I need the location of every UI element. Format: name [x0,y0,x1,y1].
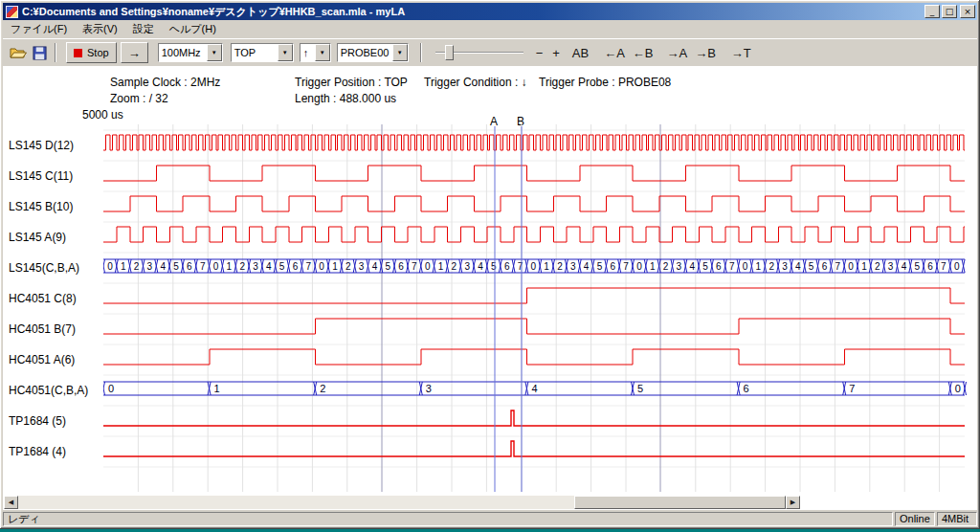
goto-trigger-button[interactable]: →T [731,46,751,60]
zoom-out-button[interactable]: − [536,46,544,60]
svg-text:3: 3 [888,261,894,272]
svg-text:5: 5 [597,261,603,272]
sample-clock-select[interactable]: 100MHz ▼ [158,43,223,62]
set-cursor-a-button[interactable]: →A [667,46,688,60]
chevron-down-icon[interactable]: ▼ [392,44,408,61]
trigger-edge-value: ↑ [301,47,315,58]
svg-text:7: 7 [412,261,417,272]
stop-button[interactable]: Stop [66,42,117,63]
svg-text:2: 2 [239,261,245,272]
svg-text:6: 6 [822,261,828,272]
close-button[interactable]: × [960,5,975,18]
svg-text:7: 7 [849,383,855,394]
set-cursor-b-button[interactable]: →B [695,46,716,60]
svg-text:4: 4 [689,261,695,272]
channel-label-ls145-bus[interactable]: LS145(C,B,A) [9,260,101,276]
status-online-badge: Online [895,512,935,526]
svg-text:5: 5 [491,261,497,272]
channel-label-hc4051-bus[interactable]: HC4051(C,B,A) [9,383,101,398]
svg-text:1: 1 [544,261,549,272]
svg-text:3: 3 [677,261,682,272]
svg-text:0: 0 [636,261,642,272]
trigger-condition-text: Trigger Condition : ↓ [424,76,527,89]
menu-settings[interactable]: 設定 [125,20,162,38]
save-icon[interactable] [30,44,49,61]
trigger-probe-select[interactable]: PROBE00 ▼ [337,43,409,62]
svg-text:0: 0 [743,261,748,272]
ab-range-button[interactable]: AB [572,46,589,60]
menu-help[interactable]: ヘルプ(H) [162,20,224,38]
svg-text:5: 5 [385,261,390,272]
scrollbar-thumb[interactable] [574,496,786,509]
open-folder-glyph [10,45,27,60]
chevron-down-icon[interactable]: ▼ [207,44,222,61]
run-button[interactable]: → [121,42,148,63]
close-icon: × [964,7,971,16]
svg-text:2: 2 [320,383,325,394]
channel-label-ls145-b[interactable]: LS145 B(10) [9,199,101,214]
chevron-down-icon[interactable]: ▼ [315,44,330,61]
svg-text:1: 1 [332,261,338,272]
channel-wave-9 [103,410,965,426]
svg-text:2: 2 [663,261,669,272]
scrollbar-track[interactable] [18,496,786,509]
svg-text:5: 5 [637,383,643,394]
channel-label-hc4051-b[interactable]: HC4051 B(7) [9,321,101,337]
svg-text:5: 5 [809,261,814,272]
svg-text:0: 0 [108,383,114,394]
svg-text:5: 5 [173,261,179,272]
svg-text:2: 2 [452,261,457,272]
zoom-in-button[interactable]: + [552,46,560,60]
svg-text:4: 4 [266,261,272,272]
svg-text:7: 7 [941,261,947,272]
trigger-edge-select[interactable]: ↑ ▼ [300,43,331,62]
open-icon[interactable] [9,44,28,61]
channel-wave-4: 0123456701234567012345670123456701234567… [103,259,965,273]
desktop: C:¥Documents and Settings¥noname¥デスクトップ¥… [0,0,980,532]
channel-label-hc4051-c[interactable]: HC4051 C(8) [9,291,101,306]
scroll-left-button[interactable]: ◀ [4,496,18,509]
svg-text:4: 4 [902,261,907,272]
toolbar-separator [55,43,56,62]
waveform-grid [103,124,965,492]
titlebar[interactable]: C:¥Documents and Settings¥noname¥デスクトップ¥… [3,3,977,20]
svg-text:0: 0 [319,261,324,272]
channel-label-tp1684-4[interactable]: TP1684 (4) [9,444,101,459]
svg-text:4: 4 [531,383,537,394]
waveform-display[interactable]: 0123456701234567012345670123456701234567… [103,124,967,496]
channel-label-ls145-a[interactable]: LS145 A(9) [9,230,101,245]
channel-label-ls145-c[interactable]: LS145 C(11) [9,168,101,184]
scroll-right-button[interactable]: ▶ [786,496,800,509]
minimize-button[interactable]: _ [924,5,940,18]
channel-label-tp1684-5[interactable]: TP1684 (5) [9,413,101,429]
svg-text:7: 7 [306,261,312,272]
goto-cursor-a-button[interactable]: ←A [604,46,625,60]
menu-file[interactable]: ファイル(F) [3,20,75,38]
menu-view[interactable]: 表示(V) [75,20,125,38]
channel-label-ls145-d[interactable]: LS145 D(12) [9,138,101,153]
svg-text:7: 7 [835,261,841,272]
trigger-probe-text: Trigger Probe : PROBE08 [539,76,671,89]
svg-text:0: 0 [954,261,960,272]
svg-text:1: 1 [227,261,233,272]
svg-text:1: 1 [121,261,126,272]
svg-text:3: 3 [147,261,153,272]
channel-label-hc4051-a[interactable]: HC4051 A(6) [9,352,101,367]
zoom-slider[interactable] [435,44,523,61]
sample-clock-text: Sample Clock : 2MHz [110,76,220,89]
channel-wave-1 [103,166,965,181]
goto-cursor-b-button[interactable]: ←B [633,46,654,60]
svg-text:0: 0 [848,261,854,272]
waveform-panel: Sample Clock : 2MHz Trigger Position : T… [3,66,977,510]
maximize-button[interactable]: □ [942,5,957,18]
length-text: Length : 488.000 us [295,92,396,105]
scroll-left-icon: ◀ [9,499,13,506]
svg-text:1: 1 [438,261,444,272]
chevron-down-icon[interactable]: ▼ [278,44,293,61]
trigger-position-select[interactable]: TOP ▼ [231,43,294,62]
horizontal-scrollbar[interactable]: ◀ ▶ [4,496,800,509]
zoom-slider-thumb[interactable] [445,45,454,60]
channel-wave-8: 012345670 [103,382,967,395]
svg-text:0: 0 [531,261,537,272]
channel-wave-2 [103,196,965,211]
